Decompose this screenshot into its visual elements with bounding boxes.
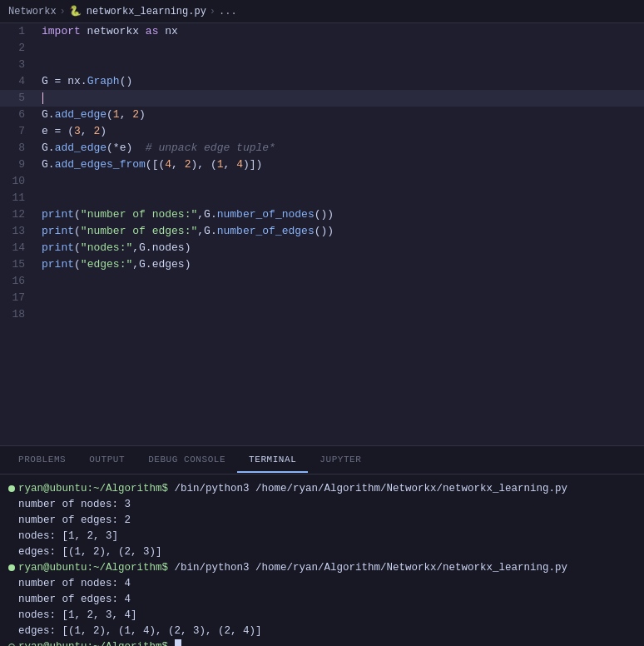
token-punct: )]) (243, 158, 262, 171)
token-punct: ( (74, 241, 81, 254)
token-fn: number_of_edges (217, 225, 315, 237)
breadcrumb: Networkx › 🐍 networkx_learning.py › ... (0, 0, 644, 23)
token-builtin: print (42, 225, 74, 237)
line-number: 1 (0, 23, 35, 40)
line-content (35, 57, 42, 73)
line-content: G.add_edge(1, 2) (35, 107, 146, 123)
panel-tab-debug-console[interactable]: DEBUG CONSOLE (136, 448, 237, 473)
line-content (35, 173, 42, 190)
token-var: G (42, 158, 48, 171)
line-content: e = (3, 2) (35, 123, 107, 140)
line-number: 3 (0, 57, 35, 73)
token-punct: ([( (146, 158, 165, 171)
token-var: G.nodes (139, 241, 185, 254)
token-punct: . (48, 158, 55, 171)
line-content (35, 306, 42, 323)
line-number: 9 (0, 157, 35, 173)
token-var: G (204, 225, 211, 237)
terminal-line: nodes: [1, 2, 3, 4] (8, 608, 636, 624)
code-line: 14print("nodes:",G.nodes) (0, 240, 644, 256)
line-content (35, 90, 43, 107)
breadcrumb-part-2: networkx_learning.py (87, 6, 206, 17)
token-punct: , (197, 208, 204, 221)
token-punct: . (211, 208, 217, 221)
token-fn: add_edges_from (55, 158, 146, 171)
token-punct: ( (74, 225, 81, 237)
breadcrumb-sep-1: › (60, 6, 66, 17)
line-number: 10 (0, 173, 35, 190)
terminal-command: /bin/python3 /home/ryan/Algorithm/Networ… (168, 481, 567, 497)
line-content (35, 290, 42, 306)
code-line: 9G.add_edges_from([(4, 2), (1, 4)]) (0, 157, 644, 173)
code-line: 10 (0, 173, 644, 190)
bottom-panel: PROBLEMSOUTPUTDEBUG CONSOLETERMINALJUPYT… (0, 446, 644, 646)
code-line: 8G.add_edge(*e) # unpack edge tuple* (0, 140, 644, 157)
token-num: 4 (165, 158, 171, 171)
line-number: 16 (0, 273, 35, 290)
line-number: 13 (0, 223, 35, 240)
panel-tab-problems[interactable]: PROBLEMS (7, 448, 77, 473)
token-fn: number_of_nodes (217, 208, 315, 221)
token-var: nx (61, 75, 80, 87)
token-punct: ) (185, 258, 191, 271)
token-str: "number of edges:" (81, 225, 197, 237)
token-punct: ) (139, 108, 146, 121)
code-line: 2 (0, 40, 644, 57)
token-str: "nodes:" (81, 241, 132, 254)
token-builtin: print (42, 241, 74, 254)
code-area[interactable]: 1import networkx as nx234G = nx.Graph()5… (0, 23, 644, 445)
code-line: 5 (0, 90, 644, 107)
line-content: print("nodes:",G.nodes) (35, 240, 191, 256)
token-var: networkx (81, 25, 146, 37)
code-line: 15print("edges:",G.edges) (0, 256, 644, 273)
terminal-command (168, 639, 175, 646)
token-punct: , (120, 108, 133, 121)
panel-tab-jupyter[interactable]: JUPYTER (308, 448, 373, 473)
terminal-line: ryan@ubuntu:~/Algorithm$ /bin/python3 /h… (8, 560, 636, 576)
token-punct: . (211, 225, 217, 237)
terminal-bullet (8, 485, 15, 492)
terminal-line: ryan@ubuntu:~/Algorithm$ (8, 639, 636, 646)
code-editor[interactable]: 1import networkx as nx234G = nx.Graph()5… (0, 23, 644, 445)
line-content: G.add_edges_from([(4, 2), (1, 4)]) (35, 157, 262, 173)
terminal-output: number of edges: 2 (8, 513, 131, 529)
breadcrumb-part-1: Networkx (8, 6, 57, 17)
line-content: print("edges:",G.edges) (35, 256, 191, 273)
line-number: 18 (0, 306, 35, 323)
line-content (35, 273, 42, 290)
terminal-content[interactable]: ryan@ubuntu:~/Algorithm$ /bin/python3 /h… (0, 475, 644, 646)
terminal-cursor (175, 639, 181, 646)
token-builtin: print (42, 208, 74, 221)
line-number: 4 (0, 73, 35, 90)
line-number: 2 (0, 40, 35, 57)
token-punct: ( (107, 108, 113, 121)
code-line: 12print("number of nodes:",G.number_of_n… (0, 206, 644, 223)
file-icon: 🐍 (69, 5, 82, 17)
token-punct: , (132, 258, 139, 271)
line-number: 17 (0, 290, 35, 306)
line-content: G = nx.Graph() (35, 73, 132, 90)
line-number: 5 (0, 90, 35, 107)
terminal-line: nodes: [1, 2, 3] (8, 529, 636, 544)
token-punct: ) (185, 241, 191, 254)
line-number: 15 (0, 256, 35, 273)
token-punct: () (120, 75, 133, 87)
token-var: G.edges (139, 258, 185, 271)
code-line: 13print("number of edges:",G.number_of_e… (0, 223, 644, 240)
terminal-prompt: ryan@ubuntu:~/Algorithm$ (18, 481, 168, 497)
line-number: 12 (0, 206, 35, 223)
token-fn: Graph (87, 75, 120, 87)
token-str: "edges:" (81, 258, 132, 271)
panel-tab-terminal[interactable]: TERMINAL (237, 448, 308, 473)
panel-tab-output[interactable]: OUTPUT (77, 448, 136, 473)
code-line: 4G = nx.Graph() (0, 73, 644, 90)
token-str: "number of nodes:" (81, 208, 197, 221)
terminal-command: /bin/python3 /home/ryan/Algorithm/Networ… (168, 560, 567, 576)
code-line: 18 (0, 306, 644, 323)
code-line: 1import networkx as nx (0, 23, 644, 40)
token-num: 4 (236, 158, 243, 171)
token-var: G (204, 208, 211, 221)
token-punct: . (48, 142, 55, 154)
panel-tabs: PROBLEMSOUTPUTDEBUG CONSOLETERMINALJUPYT… (0, 446, 644, 475)
token-var: G (42, 108, 48, 121)
